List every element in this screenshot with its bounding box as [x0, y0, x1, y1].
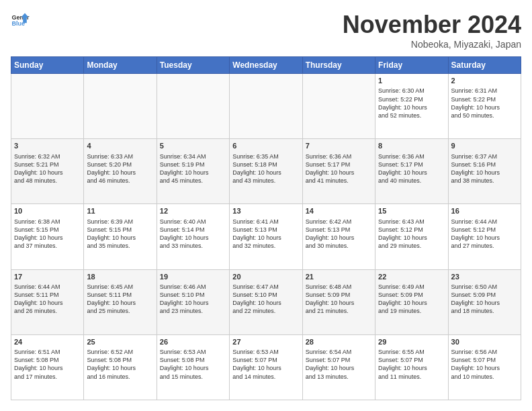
cell-info-line: and 18 minutes. [451, 307, 518, 315]
cell-info-line: and 52 minutes. [378, 111, 445, 120]
cell-info-line: Daylight: 10 hours [451, 364, 518, 372]
calendar-week-row: 24Sunrise: 6:51 AMSunset: 5:08 PMDayligh… [11, 334, 521, 400]
table-row: 17Sunrise: 6:44 AMSunset: 5:11 PMDayligh… [11, 269, 84, 334]
cell-info-line: Sunset: 5:08 PM [14, 356, 81, 364]
table-row [157, 74, 229, 139]
table-row: 20Sunrise: 6:47 AMSunset: 5:10 PMDayligh… [230, 269, 302, 334]
cell-info-line: Sunset: 5:15 PM [87, 226, 153, 234]
title-block: November 2024 Nobeoka, Miyazaki, Japan [343, 11, 521, 50]
table-row: 2Sunrise: 6:31 AMSunset: 5:22 PMDaylight… [448, 74, 521, 139]
cell-info-line: Sunrise: 6:53 AM [160, 348, 226, 356]
day-number: 26 [160, 337, 226, 347]
table-row: 7Sunrise: 6:36 AMSunset: 5:17 PMDaylight… [302, 139, 375, 204]
cell-info-line: Sunset: 5:17 PM [378, 161, 445, 169]
table-row: 19Sunrise: 6:46 AMSunset: 5:10 PMDayligh… [157, 269, 229, 334]
table-row: 1Sunrise: 6:30 AMSunset: 5:22 PMDaylight… [375, 74, 448, 139]
table-row: 5Sunrise: 6:34 AMSunset: 5:19 PMDaylight… [157, 139, 229, 204]
cell-info-line: Sunset: 5:18 PM [232, 161, 299, 169]
cell-info-line: Sunrise: 6:56 AM [451, 348, 518, 356]
cell-info-line: and 46 minutes. [87, 177, 153, 185]
cell-info-line: Daylight: 10 hours [232, 299, 299, 307]
day-number: 13 [232, 206, 299, 216]
cell-info-line: and 33 minutes. [160, 242, 226, 250]
table-row: 22Sunrise: 6:49 AMSunset: 5:09 PMDayligh… [375, 269, 448, 334]
cell-info-line: Daylight: 10 hours [232, 364, 299, 372]
day-number: 15 [378, 206, 445, 216]
calendar-week-row: 3Sunrise: 6:32 AMSunset: 5:21 PMDaylight… [11, 139, 521, 204]
cell-info-line: and 16 minutes. [87, 373, 153, 381]
cell-info-line: Daylight: 10 hours [306, 234, 372, 242]
cell-info-line: Sunrise: 6:30 AM [378, 87, 445, 95]
cell-info-line: Daylight: 10 hours [378, 234, 445, 242]
cell-info-line: and 30 minutes. [306, 242, 372, 250]
cell-info-line: and 32 minutes. [232, 242, 299, 250]
day-number: 5 [160, 141, 226, 151]
day-number: 7 [306, 141, 372, 151]
cell-info-line: Sunset: 5:17 PM [306, 161, 372, 169]
cell-info-line: and 29 minutes. [378, 242, 445, 250]
cell-info-line: and 38 minutes. [451, 177, 518, 185]
col-friday: Friday [375, 57, 448, 74]
cell-info-line: and 17 minutes. [14, 373, 81, 381]
day-number: 27 [232, 337, 299, 347]
cell-info-line: Sunset: 5:10 PM [232, 291, 299, 299]
cell-info-line: Sunrise: 6:41 AM [232, 218, 299, 226]
table-row: 3Sunrise: 6:32 AMSunset: 5:21 PMDaylight… [11, 139, 84, 204]
cell-info-line: Sunset: 5:19 PM [160, 161, 226, 169]
day-number: 30 [451, 337, 518, 347]
cell-info-line: and 15 minutes. [160, 373, 226, 381]
cell-info-line: Sunrise: 6:55 AM [378, 348, 445, 356]
svg-text:Blue: Blue [11, 20, 25, 27]
cell-info-line: and 43 minutes. [232, 177, 299, 185]
table-row: 16Sunrise: 6:44 AMSunset: 5:12 PMDayligh… [448, 204, 521, 269]
cell-info-line: Sunset: 5:14 PM [160, 226, 226, 234]
day-number: 2 [451, 76, 518, 86]
cell-info-line: Daylight: 10 hours [87, 169, 153, 177]
cell-info-line: Daylight: 10 hours [87, 234, 153, 242]
table-row [230, 74, 302, 139]
cell-info-line: Sunset: 5:20 PM [87, 161, 153, 169]
cell-info-line: and 10 minutes. [451, 373, 518, 381]
cell-info-line: Daylight: 10 hours [451, 169, 518, 177]
table-row: 12Sunrise: 6:40 AMSunset: 5:14 PMDayligh… [157, 204, 229, 269]
col-monday: Monday [84, 57, 157, 74]
cell-info-line: and 48 minutes. [14, 177, 81, 185]
calendar-header-row: Sunday Monday Tuesday Wednesday Thursday… [11, 57, 521, 74]
cell-info-line: Sunrise: 6:40 AM [160, 218, 226, 226]
table-row: 25Sunrise: 6:52 AMSunset: 5:08 PMDayligh… [84, 334, 157, 400]
cell-info-line: Sunrise: 6:31 AM [451, 87, 518, 95]
cell-info-line: Sunrise: 6:32 AM [14, 152, 81, 161]
cell-info-line: Daylight: 10 hours [160, 299, 226, 307]
cell-info-line: Sunset: 5:15 PM [14, 226, 81, 234]
cell-info-line: Sunset: 5:09 PM [451, 291, 518, 299]
cell-info-line: and 11 minutes. [378, 373, 445, 381]
cell-info-line: and 23 minutes. [160, 307, 226, 315]
table-row: 21Sunrise: 6:48 AMSunset: 5:09 PMDayligh… [302, 269, 375, 334]
cell-info-line: Sunrise: 6:49 AM [378, 283, 445, 291]
calendar-week-row: 17Sunrise: 6:44 AMSunset: 5:11 PMDayligh… [11, 269, 521, 334]
table-row: 4Sunrise: 6:33 AMSunset: 5:20 PMDaylight… [84, 139, 157, 204]
table-row: 14Sunrise: 6:42 AMSunset: 5:13 PMDayligh… [302, 204, 375, 269]
cell-info-line: Sunrise: 6:46 AM [160, 283, 226, 291]
cell-info-line: Sunset: 5:16 PM [451, 161, 518, 169]
cell-info-line: Sunrise: 6:33 AM [87, 152, 153, 161]
table-row: 10Sunrise: 6:38 AMSunset: 5:15 PMDayligh… [11, 204, 84, 269]
cell-info-line: Daylight: 10 hours [87, 299, 153, 307]
cell-info-line: Daylight: 10 hours [306, 299, 372, 307]
cell-info-line: and 45 minutes. [160, 177, 226, 185]
cell-info-line: and 26 minutes. [14, 307, 81, 315]
cell-info-line: Sunrise: 6:44 AM [14, 283, 81, 291]
cell-info-line: Sunrise: 6:48 AM [306, 283, 372, 291]
calendar-table: Sunday Monday Tuesday Wednesday Thursday… [11, 56, 521, 400]
cell-info-line: Sunrise: 6:44 AM [451, 218, 518, 226]
table-row: 9Sunrise: 6:37 AMSunset: 5:16 PMDaylight… [448, 139, 521, 204]
table-row [302, 74, 375, 139]
cell-info-line: Sunrise: 6:38 AM [14, 218, 81, 226]
cell-info-line: Daylight: 10 hours [14, 364, 81, 372]
col-sunday: Sunday [11, 57, 84, 74]
cell-info-line: Sunset: 5:09 PM [306, 291, 372, 299]
page: General Blue November 2024 Nobeoka, Miya… [0, 0, 532, 411]
cell-info-line: Sunrise: 6:34 AM [160, 152, 226, 161]
col-saturday: Saturday [448, 57, 521, 74]
table-row [84, 74, 157, 139]
